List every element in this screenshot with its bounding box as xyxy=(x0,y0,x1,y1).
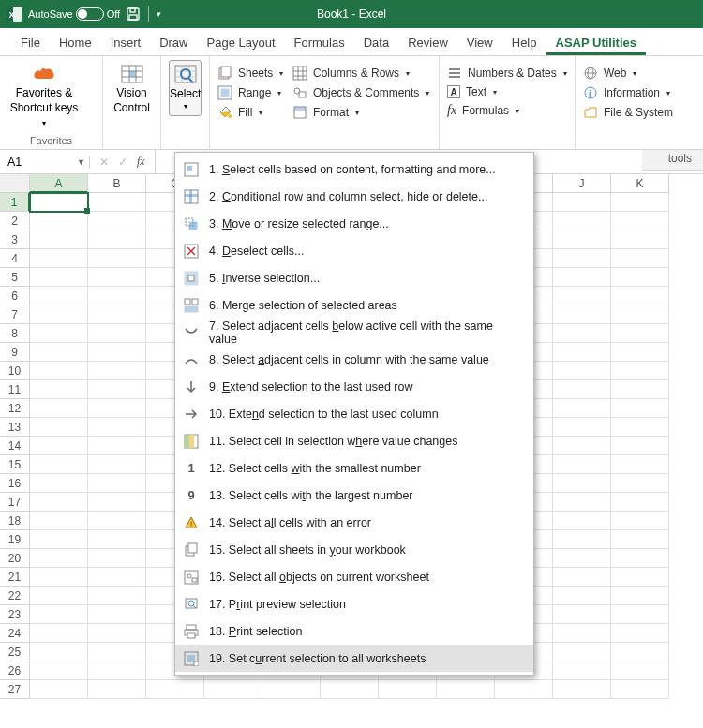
cell[interactable] xyxy=(30,437,88,455)
tab-view[interactable]: View xyxy=(457,30,502,55)
cell[interactable] xyxy=(88,230,146,249)
row-header[interactable]: 15 xyxy=(0,455,30,474)
cell[interactable] xyxy=(88,587,146,605)
cell[interactable] xyxy=(379,680,437,699)
cell[interactable] xyxy=(30,512,88,530)
cell[interactable] xyxy=(553,305,611,324)
cell[interactable] xyxy=(495,680,553,699)
menu-item-15[interactable]: 15. Select all sheets in your workbook xyxy=(175,536,533,563)
cell[interactable] xyxy=(611,549,669,568)
cell[interactable] xyxy=(30,493,88,512)
cell[interactable] xyxy=(30,680,88,699)
cell[interactable] xyxy=(30,455,88,474)
tab-asap-utilities[interactable]: ASAP Utilities xyxy=(546,30,646,55)
cell[interactable] xyxy=(611,230,669,249)
menu-item-13[interactable]: 913. Select cells with the largest numbe… xyxy=(175,482,533,509)
menu-item-10[interactable]: 10. Extend selection to the last used co… xyxy=(175,400,533,427)
cell[interactable] xyxy=(30,587,88,605)
cell[interactable] xyxy=(88,493,146,512)
cell[interactable] xyxy=(553,661,611,680)
cell[interactable] xyxy=(437,680,495,699)
menu-item-11[interactable]: 11. Select cell in selection where value… xyxy=(175,427,533,454)
cell[interactable] xyxy=(204,680,262,699)
cell[interactable] xyxy=(553,324,611,343)
cell[interactable] xyxy=(88,661,146,680)
cell[interactable] xyxy=(611,418,669,437)
column-header[interactable]: A xyxy=(30,174,88,193)
cell[interactable] xyxy=(30,324,88,343)
cell[interactable] xyxy=(88,343,146,362)
row-header[interactable]: 18 xyxy=(0,512,30,530)
cell[interactable] xyxy=(88,643,146,661)
tab-review[interactable]: Review xyxy=(398,30,457,55)
cell[interactable] xyxy=(611,287,669,305)
cell[interactable] xyxy=(88,680,146,699)
menu-item-5[interactable]: 5. Inverse selection... xyxy=(175,264,533,291)
cell[interactable] xyxy=(88,455,146,474)
row-header[interactable]: 24 xyxy=(0,624,30,643)
row-header[interactable]: 13 xyxy=(0,418,30,437)
cell[interactable] xyxy=(553,268,611,287)
cell[interactable] xyxy=(611,343,669,362)
fill-menu[interactable]: Fill▾ xyxy=(217,105,283,120)
cell[interactable] xyxy=(553,418,611,437)
row-header[interactable]: 14 xyxy=(0,437,30,455)
cell[interactable] xyxy=(30,249,88,268)
cell[interactable] xyxy=(553,362,611,380)
cell[interactable] xyxy=(553,437,611,455)
cell[interactable] xyxy=(30,399,88,418)
sheets-menu[interactable]: Sheets▾ xyxy=(217,66,283,81)
information-menu[interactable]: iInformation▾ xyxy=(583,85,673,100)
cell[interactable] xyxy=(553,399,611,418)
row-header[interactable]: 20 xyxy=(0,549,30,568)
cell[interactable] xyxy=(553,587,611,605)
cell[interactable] xyxy=(553,530,611,549)
cell[interactable] xyxy=(553,568,611,587)
select-all-corner[interactable] xyxy=(0,174,30,193)
tab-formulas[interactable]: Formulas xyxy=(285,30,354,55)
autosave-toggle[interactable]: AutoSave Off xyxy=(28,7,120,21)
cell[interactable] xyxy=(30,343,88,362)
row-header[interactable]: 7 xyxy=(0,305,30,324)
row-header[interactable]: 10 xyxy=(0,362,30,380)
row-header[interactable]: 23 xyxy=(0,605,30,624)
cell[interactable] xyxy=(553,193,611,212)
tab-help[interactable]: Help xyxy=(502,30,546,55)
menu-item-9[interactable]: 9. Extend selection to the last used row xyxy=(175,373,533,400)
tab-file[interactable]: File xyxy=(11,30,50,55)
row-header[interactable]: 17 xyxy=(0,493,30,512)
tab-insert[interactable]: Insert xyxy=(101,30,151,55)
favorites-button[interactable]: Favorites & Shortcut keys ▾ xyxy=(7,60,81,132)
cell[interactable] xyxy=(611,680,669,699)
cell[interactable] xyxy=(88,287,146,305)
cell[interactable] xyxy=(611,437,669,455)
cell[interactable] xyxy=(88,437,146,455)
cell[interactable] xyxy=(611,212,669,230)
row-header[interactable]: 8 xyxy=(0,324,30,343)
cell[interactable] xyxy=(553,512,611,530)
menu-item-16[interactable]: 16. Select all objects on current worksh… xyxy=(175,563,533,590)
cell[interactable] xyxy=(611,193,669,212)
cell[interactable] xyxy=(30,212,88,230)
formulas-menu[interactable]: fxFormulas▾ xyxy=(447,103,567,118)
cell[interactable] xyxy=(88,380,146,399)
select-button[interactable]: Select ▾ xyxy=(169,60,202,116)
menu-item-4[interactable]: 4. Deselect cells... xyxy=(175,237,533,264)
cell[interactable] xyxy=(88,568,146,587)
row-header[interactable]: 3 xyxy=(0,230,30,249)
cell[interactable] xyxy=(88,324,146,343)
cell[interactable] xyxy=(30,362,88,380)
cell[interactable] xyxy=(88,530,146,549)
cell[interactable] xyxy=(30,530,88,549)
row-header[interactable]: 16 xyxy=(0,474,30,493)
cell[interactable] xyxy=(30,230,88,249)
row-header[interactable]: 6 xyxy=(0,287,30,305)
cell[interactable] xyxy=(88,474,146,493)
cell[interactable] xyxy=(611,305,669,324)
cell[interactable] xyxy=(30,661,88,680)
cell[interactable] xyxy=(553,680,611,699)
cell[interactable] xyxy=(88,418,146,437)
cell[interactable] xyxy=(30,418,88,437)
menu-item-18[interactable]: 18. Print selection xyxy=(175,617,533,645)
cell[interactable] xyxy=(88,193,146,212)
